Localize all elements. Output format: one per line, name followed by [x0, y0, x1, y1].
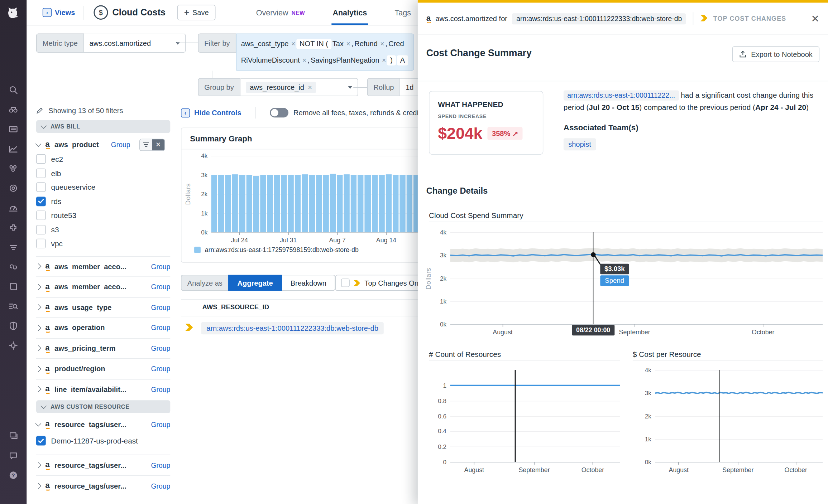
apm-icon[interactable] [8, 182, 19, 194]
group-by-value-pill[interactable]: aws_resource_id × [245, 82, 316, 93]
service-management-icon[interactable] [8, 261, 19, 273]
chart-legend[interactable]: arn:aws:rds:us-east-1:172597598159:db:we… [194, 246, 359, 254]
checkbox[interactable] [36, 183, 46, 192]
notebooks-icon[interactable] [8, 281, 19, 292]
group-by-select[interactable]: aws_resource_id × [240, 78, 358, 96]
group-link[interactable]: Group [151, 420, 171, 428]
group-link[interactable]: Group [151, 344, 171, 352]
checkbox[interactable] [36, 239, 46, 248]
metric-type-control[interactable]: Metric type aws.cost.amortized [36, 34, 186, 53]
nav-divider [83, 6, 84, 20]
views-icon: › [43, 8, 52, 17]
group-link[interactable]: Group [151, 304, 171, 311]
llm-observability-icon[interactable] [8, 300, 19, 312]
feedback-chat-icon[interactable] [8, 450, 19, 461]
checkbox-row[interactable]: vpc [36, 237, 170, 251]
table-row[interactable]: arn:aws:rds:us-east-1:000111222333:db:we… [185, 319, 384, 337]
chevron-down-icon[interactable] [35, 421, 42, 427]
checkbox-row[interactable]: queueservice [36, 180, 170, 194]
aws-icon: a [45, 460, 49, 470]
infrastructure-icon[interactable] [8, 163, 19, 174]
filter-expression[interactable]: aws_cost_type× NOT IN ( Tax× , Refund× ,… [236, 34, 414, 71]
aggregate-button[interactable]: Aggregate [228, 275, 282, 291]
checkbox-row[interactable]: rds [36, 194, 170, 208]
datadog-logo-icon[interactable] [4, 3, 23, 22]
remove-icon[interactable]: × [380, 40, 384, 48]
resource-arn-pill[interactable]: arn:aws:rds:us-east-1:000111222333:db:we… [201, 322, 383, 334]
group-link[interactable]: Group [111, 141, 130, 149]
filter-group-collapsed[interactable]: a aws_pricing_term Group [36, 338, 170, 359]
search-icon[interactable] [8, 84, 19, 96]
help-icon[interactable]: ? [8, 469, 19, 481]
checkbox-row[interactable]: route53 [36, 208, 170, 222]
checkbox-row[interactable]: s3 [36, 223, 170, 237]
aws-icon: a [426, 14, 431, 24]
filter-group-collapsed[interactable]: a aws_operation Group [36, 318, 170, 338]
clear-filter-button[interactable]: ✕ [152, 139, 164, 150]
checkbox-checked[interactable] [36, 436, 46, 446]
save-button[interactable]: + Save [177, 5, 216, 20]
remove-icon[interactable]: × [346, 40, 350, 48]
remove-icon[interactable]: × [308, 83, 312, 91]
views-button[interactable]: › Views [43, 8, 75, 17]
integrations-icon[interactable] [8, 222, 19, 233]
group-link[interactable]: Group [151, 365, 171, 373]
filter-group-collapsed[interactable]: a aws_member_acco... Group [36, 257, 170, 277]
table-column-header[interactable]: AWS_RESOURCE_ID [202, 304, 269, 311]
group-link[interactable]: Group [151, 262, 171, 270]
group-link[interactable]: Group [151, 283, 171, 291]
arn-short-pill[interactable]: arn:aws:rds:us-east-1:000111222... [564, 90, 679, 100]
remove-icon[interactable]: × [291, 40, 295, 48]
tab-overview[interactable]: Overview NEW [242, 0, 319, 25]
group-link[interactable]: Group [151, 461, 171, 469]
export-to-notebook-button[interactable]: Export to Notebook [732, 46, 819, 62]
checkbox-row[interactable]: ec2 [36, 152, 170, 166]
metric-type-select[interactable]: aws.cost.amortized [84, 34, 186, 53]
team-pill[interactable]: shopist [564, 138, 596, 150]
checkbox-row[interactable]: elb [36, 166, 170, 180]
group-by-control[interactable]: Group by aws_resource_id × [198, 78, 358, 96]
chevron-right-icon [35, 263, 42, 270]
filter-group-collapsed[interactable]: a line_item/availabilit... Group [36, 379, 170, 399]
displays-icon[interactable] [8, 430, 19, 442]
breakdown-button[interactable]: Breakdown [282, 275, 335, 291]
filter-group-collapsed[interactable]: a resource_tags/user... Group [36, 476, 170, 496]
remove-icon[interactable]: × [302, 56, 306, 64]
tab-analytics[interactable]: Analytics [319, 0, 381, 25]
watchdog-icon[interactable] [8, 104, 19, 116]
top-changes-only-control[interactable]: Top Changes Only [335, 275, 430, 291]
checkbox[interactable] [36, 154, 46, 164]
aws-icon: a [45, 420, 49, 429]
filter-group-collapsed[interactable]: a product/region Group [36, 359, 170, 379]
checkbox[interactable] [36, 168, 46, 178]
group-link[interactable]: Group [151, 324, 171, 332]
checkbox[interactable] [341, 278, 350, 287]
checkbox[interactable] [36, 211, 46, 220]
section-aws-custom-resource[interactable]: AWS CUSTOM RESOURCE [36, 400, 170, 413]
group-link[interactable]: Group [151, 482, 171, 490]
group-link[interactable]: Group [151, 385, 171, 393]
filter-group-collapsed[interactable]: a resource_tags/user... Group [36, 455, 170, 476]
aws-product-options: ec2 elb queueservice rds route53 s3 vpc [36, 152, 170, 251]
section-aws-bill[interactable]: AWS BILL [36, 120, 170, 133]
ci-pipelines-icon[interactable] [8, 241, 19, 253]
checkbox[interactable] [36, 225, 46, 234]
filter-icon-button[interactable] [140, 139, 152, 150]
checkbox-row[interactable]: Demo-11287-us-prod-east [36, 433, 170, 448]
panel-arn-pill[interactable]: arn:aws:rds:us-east-1:000111222333:db:we… [512, 13, 686, 24]
remove-fees-toggle[interactable] [269, 108, 288, 117]
chevron-down-icon[interactable] [35, 141, 42, 147]
filter-group-collapsed[interactable]: a aws_member_acco... Group [36, 277, 170, 297]
filter-group-collapsed[interactable]: a aws_usage_type Group [36, 297, 170, 318]
svg-text:?: ? [12, 472, 15, 478]
logs-icon[interactable] [8, 123, 19, 135]
workflows-icon[interactable] [8, 340, 19, 352]
security-icon[interactable] [8, 320, 19, 332]
hide-controls-button[interactable]: ‹ Hide Controls [181, 108, 241, 117]
dashboards-icon[interactable] [8, 202, 19, 214]
remove-icon[interactable]: × [382, 56, 386, 64]
page-title: Cloud Costs [112, 7, 166, 18]
close-icon[interactable]: ✕ [811, 14, 820, 24]
metrics-icon[interactable] [8, 143, 19, 155]
checkbox-checked[interactable] [36, 197, 46, 206]
